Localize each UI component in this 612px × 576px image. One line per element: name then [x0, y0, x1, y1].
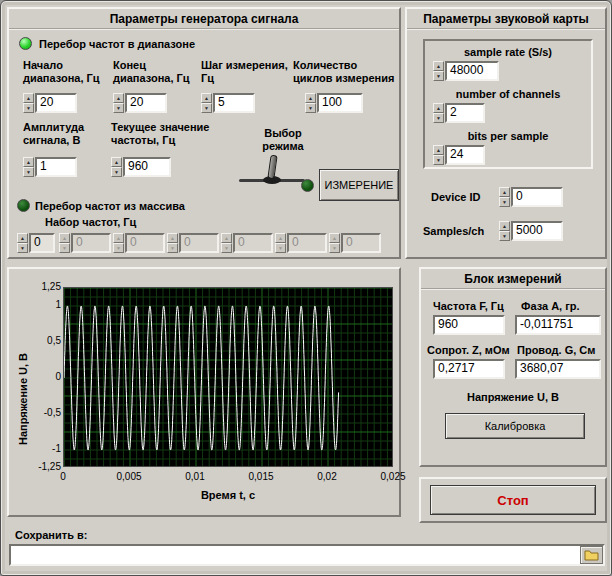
- decrement-icon[interactable]: ▼: [167, 243, 178, 253]
- spinner-arrows[interactable]: ▲▼: [59, 233, 70, 253]
- step-input[interactable]: ▲▼ 5: [201, 93, 255, 113]
- spinner-arrows[interactable]: ▲▼: [499, 221, 510, 241]
- increment-icon[interactable]: ▲: [433, 61, 444, 71]
- decrement-icon[interactable]: ▼: [221, 243, 232, 253]
- increment-icon[interactable]: ▲: [499, 221, 510, 231]
- array-element-value[interactable]: 0: [71, 233, 111, 253]
- amplitude-input[interactable]: ▲▼ 1: [23, 157, 77, 177]
- spinner-arrows[interactable]: ▲▼: [111, 157, 122, 177]
- decrement-icon[interactable]: ▼: [111, 167, 122, 177]
- increment-icon[interactable]: ▲: [433, 103, 444, 113]
- decrement-icon[interactable]: ▼: [433, 155, 444, 165]
- browse-button[interactable]: [580, 546, 603, 564]
- spinner-arrows[interactable]: ▲▼: [275, 233, 286, 253]
- increment-icon[interactable]: ▲: [113, 233, 124, 243]
- increment-icon[interactable]: ▲: [221, 233, 232, 243]
- freq-array-index[interactable]: ▲▼ 0: [17, 233, 55, 253]
- decrement-icon[interactable]: ▼: [23, 167, 34, 177]
- decrement-icon[interactable]: ▼: [433, 113, 444, 123]
- spinner-arrows[interactable]: ▲▼: [329, 233, 340, 253]
- spinner-arrows[interactable]: ▲▼: [499, 187, 510, 207]
- array-element-value[interactable]: 0: [125, 233, 165, 253]
- save-path-input[interactable]: [9, 544, 605, 566]
- freq-array-element-5[interactable]: ▲▼ 0: [329, 233, 381, 253]
- freq-array-element-1[interactable]: ▲▼ 0: [113, 233, 165, 253]
- cycles-value[interactable]: 100: [317, 93, 363, 113]
- spinner-arrows[interactable]: ▲▼: [113, 93, 124, 113]
- freq-array-element-4[interactable]: ▲▼ 0: [275, 233, 327, 253]
- calibrate-button[interactable]: Калибровка: [445, 413, 585, 439]
- increment-icon[interactable]: ▲: [167, 233, 178, 243]
- spinner-arrows[interactable]: ▲▼: [433, 103, 444, 123]
- decrement-icon[interactable]: ▼: [329, 243, 340, 253]
- array-element-value[interactable]: 0: [179, 233, 219, 253]
- spinner-arrows[interactable]: ▲▼: [433, 61, 444, 81]
- increment-icon[interactable]: ▲: [329, 233, 340, 243]
- save-path-control: [9, 544, 605, 566]
- range-end-input[interactable]: ▲▼ 20: [113, 93, 167, 113]
- array-element-value[interactable]: 0: [233, 233, 273, 253]
- x-tick: 0,015: [241, 471, 281, 482]
- spinner-arrows[interactable]: ▲▼: [113, 233, 124, 253]
- current-freq-indicator[interactable]: ▲▼ 960: [111, 157, 171, 177]
- device-id-input[interactable]: ▲▼ 0: [499, 187, 563, 207]
- decrement-icon[interactable]: ▼: [113, 243, 124, 253]
- spinner-arrows[interactable]: ▲▼: [201, 93, 212, 113]
- array-element-value[interactable]: 0: [287, 233, 327, 253]
- freq-array-element-3[interactable]: ▲▼ 0: [221, 233, 273, 253]
- increment-icon[interactable]: ▲: [499, 187, 510, 197]
- increment-icon[interactable]: ▲: [433, 145, 444, 155]
- y-tick: 1: [27, 299, 61, 310]
- decrement-icon[interactable]: ▼: [499, 231, 510, 241]
- freq-array-element-2[interactable]: ▲▼ 0: [167, 233, 219, 253]
- sample-rate-input[interactable]: ▲▼ 48000: [433, 61, 499, 81]
- decrement-icon[interactable]: ▼: [305, 103, 316, 113]
- spinner-arrows[interactable]: ▲▼: [23, 157, 34, 177]
- channels-input[interactable]: ▲▼ 2: [433, 103, 485, 123]
- range-start-value[interactable]: 20: [35, 93, 77, 113]
- increment-icon[interactable]: ▲: [59, 233, 70, 243]
- spinner-arrows[interactable]: ▲▼: [167, 233, 178, 253]
- increment-icon[interactable]: ▲: [111, 157, 122, 167]
- spinner-arrows[interactable]: ▲▼: [221, 233, 232, 253]
- decrement-icon[interactable]: ▼: [59, 243, 70, 253]
- increment-icon[interactable]: ▲: [23, 93, 34, 103]
- decrement-icon[interactable]: ▼: [499, 197, 510, 207]
- array-element-value[interactable]: 0: [341, 233, 381, 253]
- device-id-value[interactable]: 0: [511, 187, 563, 207]
- voltage-label: Напряжение U, В: [421, 391, 605, 404]
- decrement-icon[interactable]: ▼: [433, 71, 444, 81]
- samples-per-ch-value[interactable]: 5000: [511, 221, 563, 241]
- cycles-input[interactable]: ▲▼ 100: [305, 93, 363, 113]
- increment-icon[interactable]: ▲: [201, 93, 212, 103]
- decrement-icon[interactable]: ▼: [113, 103, 124, 113]
- range-start-input[interactable]: ▲▼ 20: [23, 93, 77, 113]
- step-value[interactable]: 5: [213, 93, 255, 113]
- decrement-icon[interactable]: ▼: [201, 103, 212, 113]
- bits-value[interactable]: 24: [445, 145, 485, 165]
- increment-icon[interactable]: ▲: [17, 233, 28, 243]
- channels-value[interactable]: 2: [445, 103, 485, 123]
- mode-toggle-switch[interactable]: [235, 153, 311, 185]
- spinner-arrows[interactable]: ▲▼: [305, 93, 316, 113]
- increment-icon[interactable]: ▲: [113, 93, 124, 103]
- spinner-arrows[interactable]: ▲▼: [17, 233, 28, 253]
- decrement-icon[interactable]: ▼: [17, 243, 28, 253]
- range-end-value[interactable]: 20: [125, 93, 167, 113]
- freq-array-element-0[interactable]: ▲▼ 0: [59, 233, 111, 253]
- increment-icon[interactable]: ▲: [305, 93, 316, 103]
- bits-input[interactable]: ▲▼ 24: [433, 145, 485, 165]
- spinner-arrows[interactable]: ▲▼: [23, 93, 34, 113]
- increment-icon[interactable]: ▲: [275, 233, 286, 243]
- spinner-arrows[interactable]: ▲▼: [433, 145, 444, 165]
- measure-button[interactable]: ИЗМЕРЕНИЕ: [319, 169, 399, 201]
- samples-per-ch-input[interactable]: ▲▼ 5000: [499, 221, 563, 241]
- amplitude-value[interactable]: 1: [35, 157, 77, 177]
- sample-rate-value[interactable]: 48000: [445, 61, 499, 81]
- array-index-value[interactable]: 0: [29, 233, 55, 253]
- decrement-icon[interactable]: ▼: [275, 243, 286, 253]
- current-freq-value[interactable]: 960: [123, 157, 171, 177]
- stop-button[interactable]: Стоп: [430, 485, 596, 515]
- decrement-icon[interactable]: ▼: [23, 103, 34, 113]
- increment-icon[interactable]: ▲: [23, 157, 34, 167]
